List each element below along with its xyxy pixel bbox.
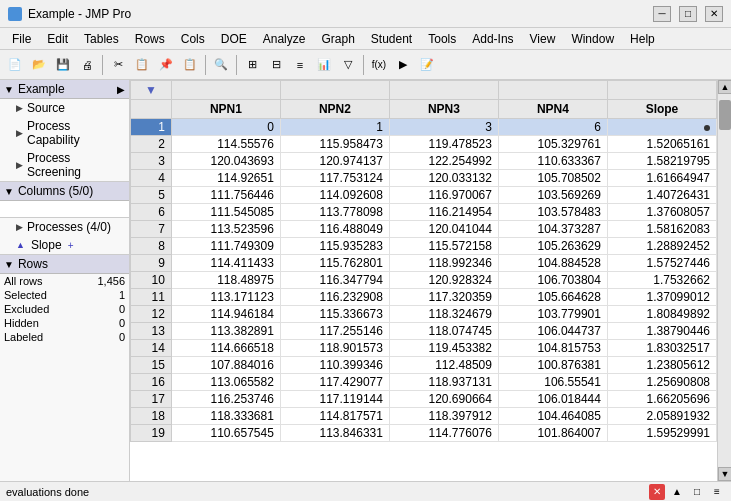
toolbar-paste[interactable]: 📌: [155, 54, 177, 76]
columns-section: ▼ Columns (5/0) ▶ Processes (4/0) ▲ Slop…: [0, 182, 129, 255]
toolbar-cut[interactable]: ✂: [107, 54, 129, 76]
scroll-down-arrow[interactable]: ▼: [718, 467, 731, 481]
col-item-slope[interactable]: ▲ Slope +: [0, 236, 129, 254]
table-cell: 116.347794: [280, 272, 389, 289]
data-area[interactable]: ▼ NPN1: [130, 80, 717, 481]
table-cell: 1.25690808: [607, 374, 716, 391]
toolbar-script[interactable]: 📝: [416, 54, 438, 76]
rows-lab-value: 0: [77, 330, 129, 344]
table-row: 5111.756446114.092608116.970067103.56926…: [131, 187, 717, 204]
rows-table: All rows 1,456 Selected 1 Excluded 0 Hid…: [0, 274, 129, 344]
table-row: 17116.253746117.119144120.690664106.0184…: [131, 391, 717, 408]
rows-section: ▼ Rows All rows 1,456 Selected 1 Exclude…: [0, 255, 129, 344]
columns-header[interactable]: ▼ Columns (5/0): [0, 182, 129, 201]
scroll-up-arrow[interactable]: ▲: [718, 80, 731, 94]
table-cell: 120.928324: [389, 272, 498, 289]
rows-header[interactable]: ▼ Rows: [0, 255, 129, 274]
menu-doe[interactable]: DOE: [213, 30, 255, 48]
example-expand-icon: ▶: [117, 84, 125, 95]
col-header-npn2[interactable]: NPN2: [280, 100, 389, 119]
menu-cols[interactable]: Cols: [173, 30, 213, 48]
toolbar-paste2[interactable]: 📋: [179, 54, 201, 76]
vertical-scrollbar[interactable]: ▲ ▼: [717, 80, 731, 481]
toolbar-print[interactable]: 🖨: [76, 54, 98, 76]
table-cell: 113.846331: [280, 425, 389, 442]
tree-item-capability[interactable]: ▶ Process Capability: [0, 117, 129, 149]
slope-add-icon[interactable]: +: [68, 240, 74, 251]
filter-npn1: [171, 81, 280, 100]
status-bar: evaluations done ✕ ▲ □ ≡: [0, 481, 731, 501]
table-cell: 114.411433: [171, 255, 280, 272]
minimize-button[interactable]: ─: [653, 6, 671, 22]
col-header-slope[interactable]: Slope: [607, 100, 716, 119]
menu-edit[interactable]: Edit: [39, 30, 76, 48]
table-cell: 118.901573: [280, 340, 389, 357]
table-row: 2114.55576115.958473119.478523105.329761…: [131, 136, 717, 153]
columns-label: Columns (5/0): [18, 184, 93, 198]
toolbar-copy[interactable]: 📋: [131, 54, 153, 76]
tree-item-screening[interactable]: ▶ Process Screening: [0, 149, 129, 181]
rows-hid-label: Hidden: [0, 316, 77, 330]
table-cell: 107.884016: [171, 357, 280, 374]
toolbar-chart[interactable]: 📊: [313, 54, 335, 76]
row-number: 5: [131, 187, 172, 204]
row-number: 1: [131, 119, 172, 136]
menu-help[interactable]: Help: [622, 30, 663, 48]
status-box-icon[interactable]: □: [689, 484, 705, 500]
table-cell: 116.232908: [280, 289, 389, 306]
col-item-processes[interactable]: ▶ Processes (4/0): [0, 218, 129, 236]
table-row: 8111.749309115.935283115.572158105.26362…: [131, 238, 717, 255]
menu-graph[interactable]: Graph: [313, 30, 362, 48]
toolbar-formula[interactable]: f(x): [368, 54, 390, 76]
toolbar-save[interactable]: 💾: [52, 54, 74, 76]
col-header-npn3[interactable]: NPN3: [389, 100, 498, 119]
table-cell: 1.58219795: [607, 153, 716, 170]
col-header-npn1[interactable]: NPN1: [171, 100, 280, 119]
menu-window[interactable]: Window: [563, 30, 622, 48]
menu-view[interactable]: View: [522, 30, 564, 48]
toolbar-search[interactable]: 🔍: [210, 54, 232, 76]
table-cell: 122.254992: [389, 153, 498, 170]
toolbar-grid2[interactable]: ⊟: [265, 54, 287, 76]
menu-addins[interactable]: Add-Ins: [464, 30, 521, 48]
tree-item-source[interactable]: ▶ Source: [0, 99, 129, 117]
row-number: 14: [131, 340, 172, 357]
slope-col-label: Slope: [646, 102, 679, 116]
menu-tables[interactable]: Tables: [76, 30, 127, 48]
filter-slope: [607, 81, 716, 100]
row-number: 10: [131, 272, 172, 289]
menu-analyze[interactable]: Analyze: [255, 30, 314, 48]
menu-file[interactable]: File: [4, 30, 39, 48]
table-cell: 0: [171, 119, 280, 136]
toolbar-sep2: [205, 55, 206, 75]
rows-hid-value: 0: [77, 316, 129, 330]
toolbar-list[interactable]: ≡: [289, 54, 311, 76]
columns-search[interactable]: [0, 201, 129, 218]
main-layout: ▼ Example ▶ ▶ Source ▶ Process Capabilit…: [0, 80, 731, 481]
close-button[interactable]: ✕: [705, 6, 723, 22]
title-bar-controls: ─ □ ✕: [653, 6, 723, 22]
scroll-thumb[interactable]: [719, 100, 731, 130]
table-cell: 2.05891932: [607, 408, 716, 425]
rows-exc-value: 0: [77, 302, 129, 316]
menu-student[interactable]: Student: [363, 30, 420, 48]
status-scroll-icon[interactable]: ≡: [709, 484, 725, 500]
capability-arrow: ▶: [16, 128, 23, 138]
status-error-icon[interactable]: ✕: [649, 484, 665, 500]
status-up-icon[interactable]: ▲: [669, 484, 685, 500]
title-bar: Example - JMP Pro ─ □ ✕: [0, 0, 731, 28]
toolbar-grid[interactable]: ⊞: [241, 54, 263, 76]
col-header-npn4[interactable]: NPN4: [498, 100, 607, 119]
table-cell: 1.40726431: [607, 187, 716, 204]
toolbar-new[interactable]: 📄: [4, 54, 26, 76]
menu-rows[interactable]: Rows: [127, 30, 173, 48]
toolbar-run[interactable]: ▶: [392, 54, 414, 76]
col-header-row: NPN1 NPN2 NPN3: [131, 100, 717, 119]
example-header[interactable]: ▼ Example ▶: [0, 80, 129, 99]
table-row: 13113.382891117.255146118.074745106.0447…: [131, 323, 717, 340]
restore-button[interactable]: □: [679, 6, 697, 22]
row-number: 7: [131, 221, 172, 238]
toolbar-open[interactable]: 📂: [28, 54, 50, 76]
toolbar-filter[interactable]: ▽: [337, 54, 359, 76]
menu-tools[interactable]: Tools: [420, 30, 464, 48]
